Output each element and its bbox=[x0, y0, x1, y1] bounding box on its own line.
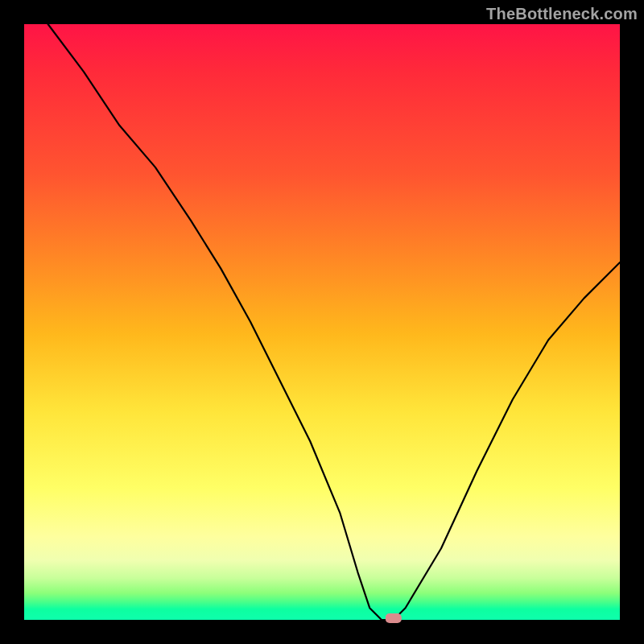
watermark-text: TheBottleneck.com bbox=[486, 5, 638, 23]
optimal-marker bbox=[386, 613, 402, 623]
chart-frame: TheBottleneck.com bbox=[0, 0, 644, 644]
curve-svg bbox=[24, 24, 620, 620]
bottleneck-curve bbox=[48, 24, 620, 620]
plot-area bbox=[24, 24, 620, 620]
